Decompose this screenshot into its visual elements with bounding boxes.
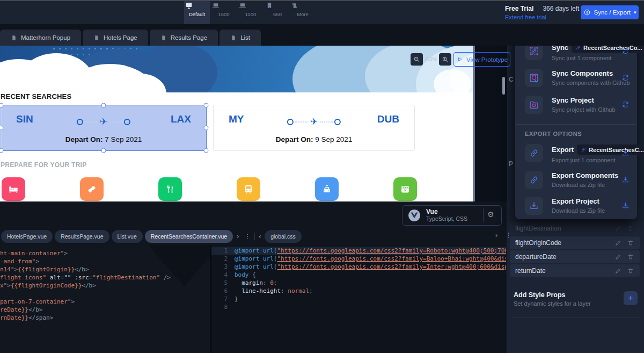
zoom-in-button[interactable] — [439, 53, 451, 66]
delete-prop-icon[interactable] — [627, 239, 634, 247]
chevron-right-icon[interactable]: › — [235, 233, 240, 240]
edit-prop-icon[interactable] — [614, 225, 622, 232]
chevron-left-icon[interactable]: ‹ — [257, 233, 262, 240]
component-code-editor[interactable]: ht-main-container">-and-from">n14">{{fli… — [0, 245, 210, 353]
edit-prop-icon[interactable] — [614, 267, 622, 275]
selection-handle[interactable] — [0, 126, 4, 131]
framework-selector[interactable]: Vue TypeScript, CSS ⚙ — [402, 205, 502, 226]
dropdown-item-sync-components[interactable]: Sync ComponentsSync components with Gith… — [525, 69, 630, 92]
delete-prop-icon[interactable] — [627, 253, 634, 261]
code-line: ht-main-container"> — [0, 249, 210, 257]
prop-row-departureDate[interactable]: departureDate — [510, 250, 640, 263]
chevron-right-icon[interactable]: › — [494, 232, 499, 239]
code-line: reDate}}</b> — [0, 306, 210, 314]
code-line: x">{{flightOriginCode}}</b> — [0, 282, 210, 290]
depart-line: Depart On: 7 Sep 2021 — [1, 135, 206, 143]
design-canvas[interactable]: RECENT SEARCHES SIN LAX ✈ Depart On: 7 S… — [0, 46, 475, 201]
hotel-icon[interactable] — [2, 177, 25, 201]
page-icon — [230, 34, 237, 41]
kebab-menu-icon[interactable]: ⋮ — [504, 232, 514, 239]
prop-row-returnDate[interactable]: returnDate — [510, 264, 640, 277]
add-style-props-button[interactable]: + — [624, 291, 638, 305]
canvas-page-scrollbar[interactable] — [473, 46, 475, 201]
edit-prop-icon[interactable] — [614, 253, 622, 261]
css-code-editor[interactable]: 1@import url("https://fonts.googleapis.c… — [211, 245, 506, 353]
code-settings-gear-icon[interactable]: ⚙ — [487, 210, 494, 219]
device-size-1600[interactable]: 1600 — [211, 1, 237, 24]
vertical-scrollbar-thumb[interactable] — [502, 77, 505, 95]
sync-icon[interactable] — [621, 100, 632, 111]
restaurant-icon[interactable] — [158, 177, 182, 201]
file-tab-ResultsPage.vue[interactable]: ResultsPage.vue — [55, 230, 109, 243]
dropdown-item-sync-project[interactable]: Sync ProjectSync project with Github — [525, 96, 630, 119]
file-tab-HotelsPage.vue[interactable]: HotelsPage.vue — [1, 230, 53, 243]
desktop-icon — [184, 1, 210, 10]
selection-handle[interactable] — [204, 126, 209, 131]
sync-export-button[interactable]: Sync / Export ▾ — [581, 5, 639, 19]
github-components-icon — [525, 69, 543, 87]
depart-line: Depart On: 9 Sep 2021 — [214, 135, 414, 143]
dropdown-item-export-components[interactable]: Export ComponentsDownload as Zip file — [525, 171, 630, 194]
device-size-more[interactable]: More — [290, 1, 316, 24]
framework-name: Vue — [426, 208, 438, 215]
device-size-default[interactable]: Default — [184, 1, 210, 24]
prop-row-flightOriginCode[interactable]: flightOriginCode — [510, 236, 640, 249]
dropdown-item-export[interactable]: ExportRecentSearchesC...Export just 1 co… — [525, 144, 630, 168]
page-tab-strip: Matterhorn PopupHotels PageResults PageL… — [0, 24, 644, 46]
sync-export-dropdown: SYNC WITH GITHUB SyncRecentSearchesCo...… — [515, 24, 637, 219]
sync-icon[interactable] — [621, 73, 632, 84]
component-chip[interactable]: RecentSearchesC... — [577, 145, 644, 155]
selection-handle[interactable] — [0, 103, 4, 108]
prop-row-flightDestination[interactable]: flightDestination — [510, 222, 640, 235]
edit-prop-icon[interactable] — [614, 239, 622, 247]
plane-icon: ✈ — [310, 117, 318, 126]
extend-trial-link[interactable]: Extend free trial — [505, 14, 546, 20]
file-tab-global.css[interactable]: global.css — [265, 230, 302, 243]
device-size-1100[interactable]: 1100 — [238, 1, 264, 24]
bus-icon[interactable] — [237, 177, 260, 201]
prepare-trip-title: PREPARE FOR YOUR TRIP — [1, 161, 87, 169]
delete-prop-icon[interactable] — [627, 267, 634, 275]
ticket-icon[interactable] — [80, 177, 104, 201]
sidebar-peek-letter: C — [509, 76, 514, 83]
flight-route-graphic: ✈ — [287, 117, 341, 126]
export-section-title: EXPORT OPTIONS — [525, 131, 582, 137]
selection-handle[interactable] — [204, 103, 209, 108]
sync-icon[interactable] — [621, 46, 632, 57]
delete-prop-icon[interactable] — [627, 225, 634, 232]
view-prototype-button[interactable]: View Prototype — [453, 52, 510, 67]
taxi-icon[interactable] — [315, 177, 339, 201]
code-line: 6 line-height: normal; — [211, 287, 506, 295]
page-tab-list[interactable]: List — [219, 30, 261, 46]
download-icon[interactable] — [621, 148, 632, 159]
laptop-icon — [211, 1, 237, 10]
page-tab-matterhorn-popup[interactable]: Matterhorn Popup — [0, 30, 81, 46]
sidebar-peek-letter: P — [509, 160, 513, 168]
movies-icon[interactable] — [393, 177, 417, 201]
file-tab-List.vue[interactable]: List.vue — [112, 230, 143, 243]
flight-card-selected[interactable]: SIN LAX ✈ Depart On: 7 Sep 2021 — [1, 105, 207, 151]
code-line: n14">{{flightOrigin}}</b> — [0, 265, 210, 273]
selection-handle[interactable] — [101, 103, 106, 108]
code-line: 5 margin: 0; — [211, 279, 506, 287]
page-icon — [93, 34, 100, 41]
flight-route-graphic: ✈ — [77, 117, 130, 126]
download-icon[interactable] — [621, 201, 632, 212]
page-tab-results-page[interactable]: Results Page — [150, 30, 218, 46]
file-tab-RecentSearchesContainer.vue[interactable]: RecentSearchesContainer.vue — [145, 230, 233, 243]
kebab-menu-icon[interactable]: ⋮ — [243, 233, 252, 240]
zoom-out-button[interactable] — [411, 53, 423, 66]
page-icon — [160, 34, 167, 41]
selection-handle[interactable] — [204, 148, 209, 153]
flight-card[interactable]: MY DUB ✈ Depart On: 9 Sep 2021 — [213, 105, 415, 151]
code-line: 1@import url("https://fonts.googleapis.c… — [211, 247, 506, 255]
device-size-650[interactable]: 650 — [265, 1, 290, 24]
selection-handle[interactable] — [0, 148, 4, 153]
top-bar: Default16001100650More Free Trial 366 da… — [0, 0, 644, 24]
selection-handle[interactable] — [101, 148, 106, 153]
page-tab-hotels-page[interactable]: Hotels Page — [83, 30, 148, 46]
download-icon[interactable] — [621, 175, 632, 186]
export-tray-icon — [525, 197, 543, 215]
flight-origin-code: MY — [229, 113, 244, 125]
dropdown-item-export-project[interactable]: Export ProjectDownload as Zip file — [525, 197, 630, 220]
